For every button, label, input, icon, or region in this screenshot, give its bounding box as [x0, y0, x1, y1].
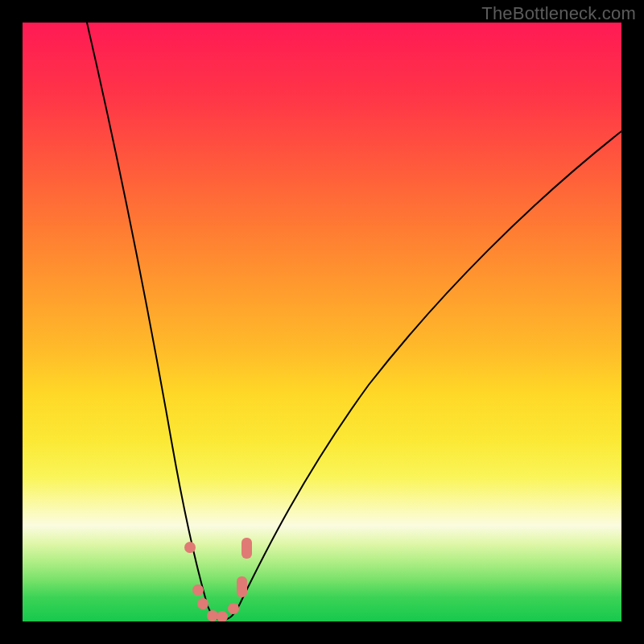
svg-point-4: [217, 611, 228, 621]
curve-left-branch: [87, 23, 222, 620]
bottleneck-curve: [23, 23, 621, 621]
plot-area: [23, 23, 621, 621]
watermark-text: TheBottleneck.com: [481, 3, 636, 24]
svg-point-3: [207, 610, 218, 621]
svg-point-1: [192, 584, 204, 596]
svg-rect-7: [242, 538, 252, 559]
curve-markers: [184, 538, 252, 621]
curve-right-branch: [222, 131, 621, 620]
svg-point-0: [184, 542, 196, 553]
svg-rect-6: [237, 576, 247, 597]
svg-point-2: [197, 598, 208, 609]
svg-point-5: [228, 603, 239, 614]
